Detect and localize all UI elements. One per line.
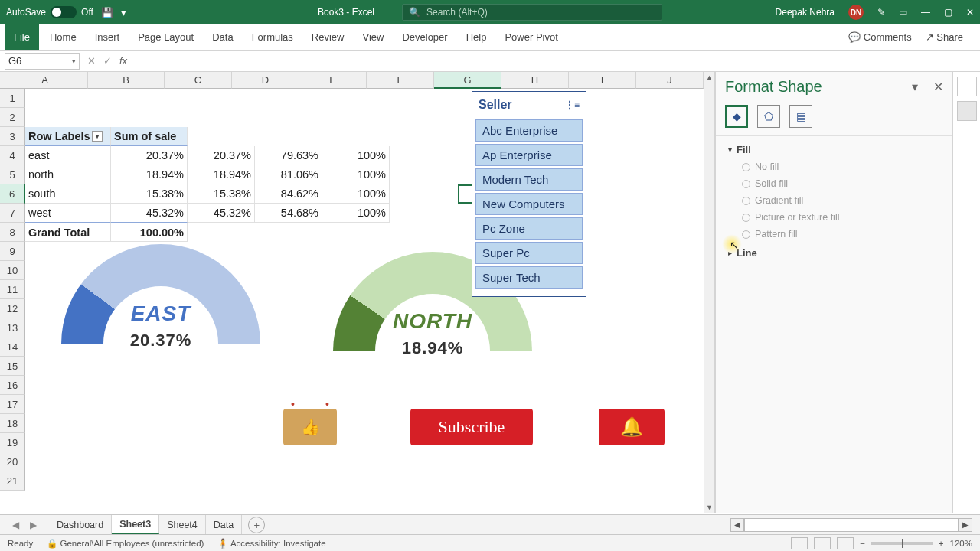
worksheet-area[interactable]: A B C D E F G H I J 1 2 3 4 5 6 7 8 9 10… [0,72,715,513]
scroll-down-icon[interactable]: ▼ [704,502,714,513]
row-header[interactable]: 5 [0,165,25,184]
prev-sheet-icon[interactable]: ◀ [12,520,19,530]
fill-option-solid[interactable]: Solid fill [742,178,940,189]
slicer-item[interactable]: New Computers [475,193,583,215]
user-avatar[interactable]: DN [848,5,864,20]
size-tab-icon[interactable]: ▤ [789,105,812,128]
like-shape[interactable]: 👍 [283,409,337,445]
fill-option-picture[interactable]: Picture or texture fill [742,212,940,223]
bell-shape[interactable]: 🔔 [599,409,665,445]
tab-view[interactable]: View [353,24,393,50]
fill-option-no-fill[interactable]: No fill [742,161,940,172]
row-header[interactable]: 7 [0,204,25,223]
page-break-view-icon[interactable] [837,537,854,549]
comments-button[interactable]: 💬 Comments [848,31,911,43]
scroll-left-icon[interactable]: ◀ [730,518,744,532]
row-header[interactable]: 16 [0,376,25,395]
chevron-down-icon[interactable]: ▾ [72,57,76,65]
search-box[interactable]: 🔍 Search (Alt+Q) [402,4,662,21]
row-header[interactable]: 15 [0,357,25,376]
col-header[interactable]: D [232,72,299,89]
page-layout-view-icon[interactable] [814,537,831,549]
sheet-tab-sheet4[interactable]: Sheet4 [159,515,206,534]
tab-review[interactable]: Review [302,24,354,50]
row-header[interactable]: 18 [0,414,25,433]
slicer-item[interactable]: Super Pc [475,242,583,264]
name-box[interactable]: G6▾ [5,53,80,70]
status-sensitivity[interactable]: 🔒 General\All Employees (unrestricted) [47,538,204,549]
col-header[interactable]: I [569,72,636,89]
row-header[interactable]: 8 [0,223,25,242]
zoom-level[interactable]: 120% [950,539,972,548]
tab-developer[interactable]: Developer [393,24,456,50]
effects-tab-icon[interactable]: ⬠ [757,105,780,128]
row-header[interactable]: 3 [0,127,25,146]
vertical-scrollbar[interactable]: ▲ ▼ [704,72,714,513]
col-header[interactable]: E [299,72,367,89]
status-accessibility[interactable]: 🧍 Accessibility: Investigate [217,538,325,549]
slicer-item[interactable]: Abc Enterprise [475,119,583,142]
scroll-up-icon[interactable]: ▲ [704,72,714,83]
select-all-corner[interactable] [0,72,2,89]
tab-file[interactable]: File [5,24,39,50]
gauge-chart-east[interactable]: EAST 20.37% [46,236,276,382]
col-header[interactable]: J [636,72,704,89]
fill-section-toggle[interactable]: ▾ Fill [728,144,940,155]
share-button[interactable]: ↗ Share [926,31,963,43]
slicer-seller[interactable]: Seller ⋮≡ Abc Enterprise Ap Enterprise M… [472,91,586,297]
row-header[interactable]: 9 [0,242,25,261]
cancel-formula-icon[interactable]: ✕ [87,55,96,67]
ribbon-mode-icon[interactable]: ▭ [899,7,907,18]
tab-power-pivot[interactable]: Power Pivot [495,24,567,50]
formula-input[interactable] [132,53,980,70]
row-header[interactable]: 13 [0,318,25,337]
maximize-icon[interactable]: ▢ [944,7,952,18]
row-header[interactable]: 11 [0,280,25,299]
autosave-toggle[interactable]: AutoSave Off [6,6,93,18]
chevron-down-icon[interactable]: ▾ [912,80,918,93]
col-header[interactable]: F [367,72,434,89]
row-header[interactable]: 10 [0,261,25,280]
row-header[interactable]: 20 [0,452,25,471]
zoom-slider[interactable] [871,542,933,545]
collapse-pane-icon[interactable] [957,77,977,96]
row-header[interactable]: 21 [0,471,25,491]
slicer-item[interactable]: Super Tech [475,266,583,289]
slicer-item[interactable]: Pc Zone [475,217,583,240]
row-header[interactable]: 2 [0,108,25,127]
pen-icon[interactable]: ✎ [877,7,885,18]
col-header[interactable]: A [2,72,88,89]
format-pane-icon[interactable] [957,101,977,121]
row-header[interactable]: 1 [0,89,25,108]
fill-line-tab-icon[interactable]: ◆ [725,105,748,128]
slicer-item[interactable]: Modern Tech [475,168,583,191]
tab-help[interactable]: Help [457,24,496,50]
close-pane-icon[interactable]: ✕ [933,80,943,93]
next-sheet-icon[interactable]: ▶ [30,520,37,530]
fill-option-pattern[interactable]: Pattern fill [742,229,940,240]
tab-insert[interactable]: Insert [86,24,129,50]
sheet-tab-dashboard[interactable]: Dashboard [49,515,112,534]
row-header[interactable]: 4 [0,146,25,165]
minimize-icon[interactable]: — [921,7,930,18]
accept-formula-icon[interactable]: ✓ [103,55,112,67]
row-header[interactable]: 6 [0,184,25,204]
sheet-tab-sheet3[interactable]: Sheet3 [112,515,159,534]
filter-dropdown-icon[interactable]: ▾ [92,131,103,142]
row-header[interactable]: 19 [0,433,25,452]
tab-data[interactable]: Data [203,24,242,50]
slicer-item[interactable]: Ap Enterprise [475,144,583,166]
close-icon[interactable]: ✕ [966,7,974,18]
horizontal-scrollbar[interactable]: ◀ ▶ [730,515,980,534]
col-header[interactable]: G [434,72,501,89]
toggle-switch-icon[interactable] [51,6,77,18]
normal-view-icon[interactable] [791,537,808,549]
col-header[interactable]: H [501,72,569,89]
add-sheet-button[interactable]: + [248,517,265,533]
sheet-tab-data[interactable]: Data [206,515,242,534]
zoom-out-icon[interactable]: − [860,539,865,548]
fx-icon[interactable]: fx [119,55,127,67]
scroll-right-icon[interactable]: ▶ [959,518,972,532]
fill-option-gradient[interactable]: Gradient fill [742,195,940,206]
undo-icon[interactable]: ▾ [121,7,126,18]
